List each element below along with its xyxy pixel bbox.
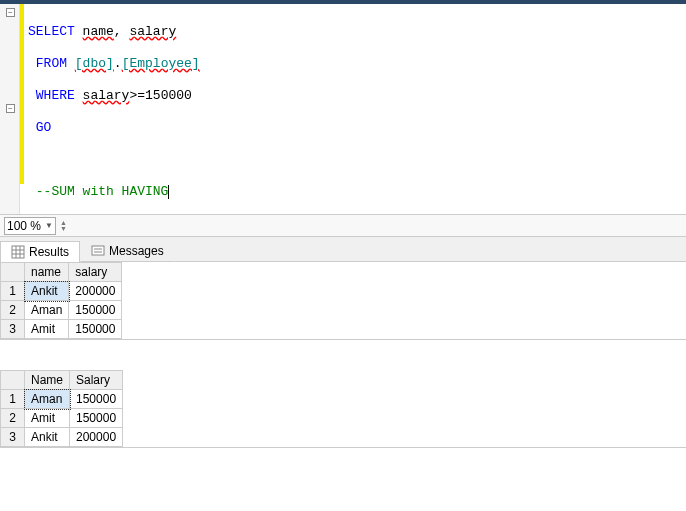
collapse-icon[interactable]: − (6, 8, 15, 17)
cell-salary[interactable]: 150000 (70, 409, 123, 428)
row-number: 2 (1, 409, 25, 428)
result-grid-1[interactable]: name salary 1 Ankit 200000 2 Aman 150000… (0, 262, 686, 340)
table-row[interactable]: 2 Amit 150000 (1, 409, 123, 428)
row-number: 1 (1, 390, 25, 409)
cell-salary[interactable]: 200000 (69, 282, 122, 301)
cell-name[interactable]: Amit (25, 320, 69, 339)
zoom-dropdown[interactable]: 100 % ▼ (4, 217, 56, 235)
schema-dbo: [dbo] (75, 56, 114, 71)
row-number: 1 (1, 282, 25, 301)
zoom-stepper[interactable]: ▲ ▼ (60, 220, 70, 232)
svg-rect-0 (12, 246, 24, 258)
cell-name[interactable]: Ankit (25, 282, 69, 301)
cell-name[interactable]: Ankit (25, 428, 70, 447)
sql-editor[interactable]: − − SELECT name, salary FROM [dbo].[Empl… (0, 4, 686, 214)
result-grid-2[interactable]: Name Salary 1 Aman 150000 2 Amit 150000 … (0, 370, 686, 448)
zoom-bar: 100 % ▼ ▲ ▼ (0, 214, 686, 236)
collapse-icon[interactable]: − (6, 104, 15, 113)
chevron-down-icon: ▼ (60, 226, 70, 232)
tab-label: Results (29, 245, 69, 259)
cell-salary[interactable]: 150000 (69, 301, 122, 320)
tab-messages[interactable]: Messages (80, 240, 175, 262)
table-row[interactable]: 1 Ankit 200000 (1, 282, 122, 301)
grid-gap (0, 340, 686, 370)
col-header-salary[interactable]: salary (69, 263, 122, 282)
cell-name[interactable]: Aman (25, 390, 70, 409)
header-row: name salary (1, 263, 122, 282)
row-number: 3 (1, 428, 25, 447)
col-salary: salary (129, 24, 176, 39)
svg-rect-5 (92, 246, 104, 255)
cell-salary[interactable]: 200000 (70, 428, 123, 447)
cell-name[interactable]: Aman (25, 301, 69, 320)
grid-corner (1, 263, 25, 282)
table-row[interactable]: 3 Amit 150000 (1, 320, 122, 339)
chevron-down-icon: ▼ (45, 221, 53, 230)
tab-results[interactable]: Results (0, 241, 80, 262)
tab-label: Messages (109, 244, 164, 258)
col-name: name (83, 24, 114, 39)
col-header-salary[interactable]: Salary (70, 371, 123, 390)
table-row[interactable]: 3 Ankit 200000 (1, 428, 123, 447)
kw-from: FROM (28, 56, 75, 71)
kw-go: GO (28, 120, 51, 135)
row-number: 2 (1, 301, 25, 320)
cell-salary[interactable]: 150000 (70, 390, 123, 409)
kw-select: SELECT (28, 24, 83, 39)
grid-icon (11, 245, 25, 259)
col-header-name[interactable]: name (25, 263, 69, 282)
table-row[interactable]: 2 Aman 150000 (1, 301, 122, 320)
row-number: 3 (1, 320, 25, 339)
comment-line: --SUM with HAVING (28, 184, 168, 199)
cell-name[interactable]: Amit (25, 409, 70, 428)
editor-gutter: − − (0, 4, 20, 214)
code-block[interactable]: SELECT name, salary FROM [dbo].[Employee… (20, 4, 686, 214)
col-salary: salary (83, 88, 130, 103)
grid-corner (1, 371, 25, 390)
kw-where: WHERE (28, 88, 83, 103)
results-tabs: Results Messages (0, 236, 686, 262)
header-row: Name Salary (1, 371, 123, 390)
text-cursor (168, 185, 169, 199)
table-employee: [Employee] (122, 56, 200, 71)
col-header-name[interactable]: Name (25, 371, 70, 390)
messages-icon (91, 244, 105, 258)
results-pane: name salary 1 Ankit 200000 2 Aman 150000… (0, 262, 686, 510)
cell-salary[interactable]: 150000 (69, 320, 122, 339)
zoom-value: 100 % (7, 219, 41, 233)
table-row[interactable]: 1 Aman 150000 (1, 390, 123, 409)
